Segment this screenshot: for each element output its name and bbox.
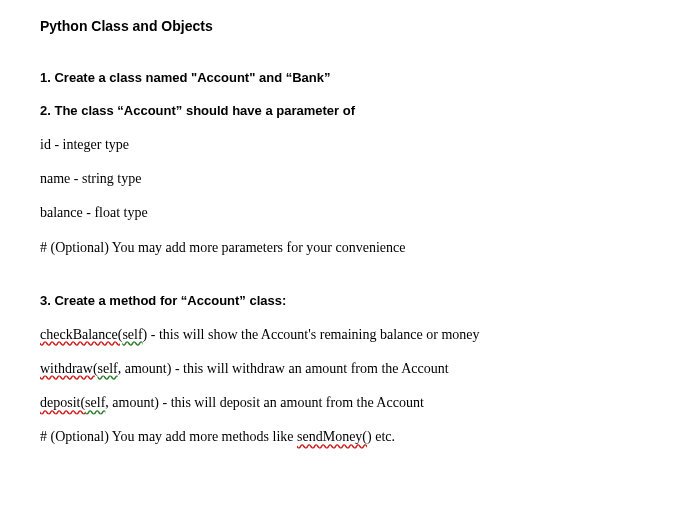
text: , amount) - this will withdraw an amount… (118, 361, 449, 376)
document-page: Python Class and Objects 1. Create a cla… (0, 0, 677, 513)
text: # (Optional) You may add more methods li… (40, 429, 297, 444)
grammar-word: self (85, 395, 105, 410)
instruction-3: 3. Create a method for “Account” class: (40, 293, 637, 308)
spellcheck-word: sendMoney( (297, 429, 367, 444)
spellcheck-word: checkBalance( (40, 327, 122, 342)
param-name: name - string type (40, 170, 637, 188)
method-checkbalance: checkBalance(self) - this will show the … (40, 326, 637, 344)
instruction-1: 1. Create a class named "Account" and “B… (40, 70, 637, 85)
instruction-2: 2. The class “Account” should have a par… (40, 103, 637, 118)
page-title: Python Class and Objects (40, 18, 637, 34)
text: ) etc. (367, 429, 395, 444)
text: , amount) - this will deposit an amount … (105, 395, 423, 410)
method-optional: # (Optional) You may add more methods li… (40, 428, 637, 446)
spacer (40, 273, 637, 293)
grammar-word: self (122, 327, 142, 342)
method-withdraw: withdraw(self, amount) - this will withd… (40, 360, 637, 378)
method-deposit: deposit(self, amount) - this will deposi… (40, 394, 637, 412)
spellcheck-word: deposit( (40, 395, 85, 410)
param-optional: # (Optional) You may add more parameters… (40, 239, 637, 257)
param-id: id - integer type (40, 136, 637, 154)
spellcheck-word: withdraw( (40, 361, 98, 376)
grammar-word: self (98, 361, 118, 376)
text: ) - this will show the Account's remaini… (143, 327, 480, 342)
param-balance: balance - float type (40, 204, 637, 222)
